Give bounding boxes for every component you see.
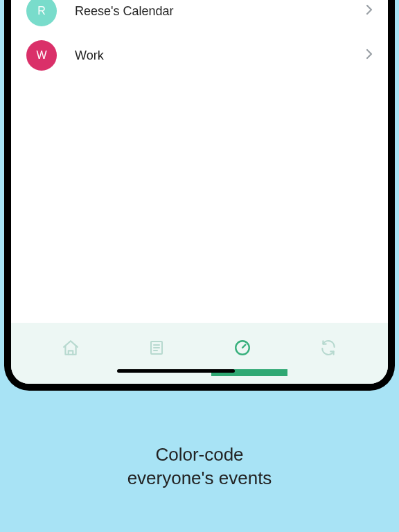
chevron-right-icon (366, 4, 373, 18)
calendar-avatar: R (26, 0, 57, 26)
home-icon (62, 339, 80, 357)
home-indicator (117, 369, 235, 373)
tab-list[interactable] (143, 334, 170, 362)
caption-line-1: Color-code (155, 444, 243, 465)
list-icon (148, 339, 165, 356)
device-frame: C Chandler's Calendar R Reese's Calendar… (4, 0, 395, 391)
promo-caption: Color-code everyone's events (0, 443, 399, 490)
calendar-avatar: W (26, 40, 57, 71)
app-screen: C Chandler's Calendar R Reese's Calendar… (11, 0, 388, 384)
list-item[interactable]: W Work (11, 33, 388, 78)
tab-home[interactable] (57, 334, 85, 362)
calendar-label: Work (75, 48, 366, 63)
tab-sync[interactable] (314, 334, 342, 362)
calendar-list: C Chandler's Calendar R Reese's Calendar… (11, 0, 388, 78)
calendar-label: Reese's Calendar (75, 4, 366, 19)
list-item[interactable]: R Reese's Calendar (11, 0, 388, 33)
timer-icon (233, 339, 251, 357)
tab-timer[interactable] (229, 334, 256, 362)
tab-bar (11, 323, 388, 384)
caption-line-2: everyone's events (127, 468, 272, 488)
sync-icon (319, 339, 337, 357)
chevron-right-icon (366, 48, 373, 62)
